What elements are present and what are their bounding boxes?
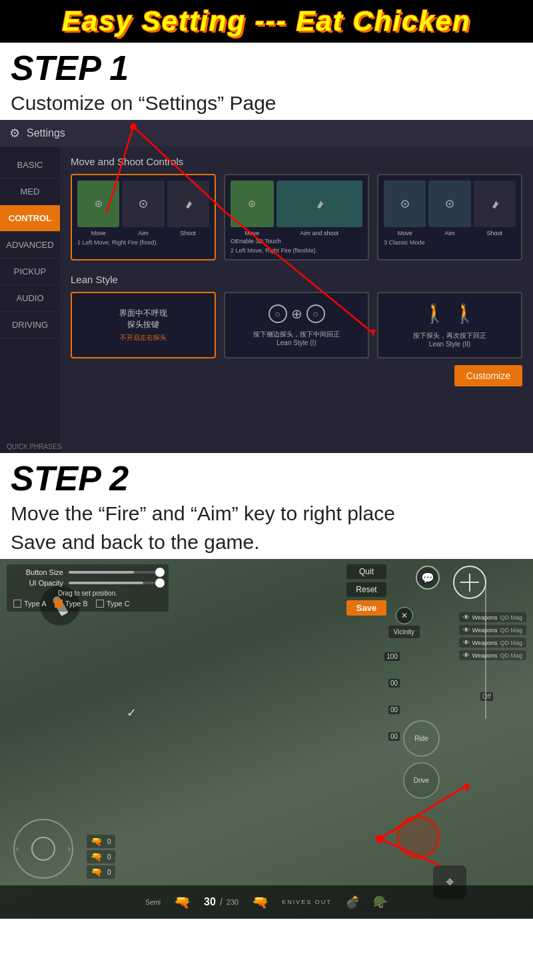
weapon-qd-1: QD Mag xyxy=(500,614,522,621)
sidebar-item-driving[interactable]: DRIVING xyxy=(0,312,60,338)
joystick-arrows: ‹ › xyxy=(13,819,73,879)
control-card-2[interactable]: Move Aim and shoot OEnable 3D Touch 2 Le… xyxy=(224,174,369,260)
joystick-control[interactable]: ‹ › xyxy=(13,819,73,879)
weapon-item-2[interactable]: 👁 Weapons QD Mag xyxy=(459,625,526,635)
control-card-3-labels: Move Aim Shoot xyxy=(384,230,516,237)
label-aimshoot-2: Aim and shoot xyxy=(276,230,362,237)
type-c-option[interactable]: Type C xyxy=(96,600,130,608)
ammo-separator: / xyxy=(220,897,223,907)
control-card-3-desc: 3 Classic Mode xyxy=(384,239,516,246)
type-b-option[interactable]: Type B xyxy=(55,600,88,608)
left-weapon-row-1[interactable]: 🔫 0 xyxy=(87,835,115,848)
knives-out-label: KNIVES OUT xyxy=(282,899,332,905)
weapon-item-3[interactable]: 👁 Weapons QD Mag xyxy=(459,638,526,648)
weapon-icon-2: 🔫 xyxy=(91,851,102,862)
sidebar-item-audio[interactable]: AUDIO xyxy=(0,285,60,312)
lean-card-1[interactable]: 界面中不呼现 探头按键 不开启左右探头 xyxy=(71,292,216,358)
weapon-item-4[interactable]: 👁 Weapons QD Mag xyxy=(459,650,526,660)
ammo-reserve: 230 xyxy=(227,898,239,906)
joystick-right-arrow: › xyxy=(68,844,71,853)
lean-crosshair: ⊕ xyxy=(291,306,302,322)
control-cell-aim-1 xyxy=(122,181,164,227)
gun-icon: 🔫 xyxy=(174,894,191,910)
button-size-thumb xyxy=(155,568,165,577)
lean-card-1-chinese: 界面中不呼现 探头按键 xyxy=(119,308,167,330)
type-a-checkbox[interactable] xyxy=(13,600,21,608)
weapon-icon-1: 🔫 xyxy=(91,836,102,847)
type-c-checkbox[interactable] xyxy=(96,600,104,608)
settings-content: Move and Shoot Controls xyxy=(60,147,533,453)
label-shoot-3: Shoot xyxy=(474,230,516,237)
control-cell-move-1 xyxy=(77,181,119,227)
lean-circle-left: ○ xyxy=(268,304,287,323)
drive-button[interactable]: Drive xyxy=(403,762,440,799)
close-button[interactable]: ✕ xyxy=(396,607,413,624)
off-label: Off xyxy=(480,692,493,701)
lean-card-3[interactable]: 🚶 🚶 按下探头，再次按下回正 Lean Style (II) xyxy=(377,292,522,358)
grenade-icon: 💣 xyxy=(345,895,360,909)
weapon-qd-2: QD Mag xyxy=(500,627,522,634)
sidebar-item-basic[interactable]: BASIC xyxy=(0,152,60,179)
down-chevron-icon[interactable]: ✓ xyxy=(127,706,137,720)
control-card-2-desc: 2 Left Move, Right Fire (flexible). xyxy=(231,247,362,254)
svg-point-7 xyxy=(404,203,406,205)
lean-circle-right: ○ xyxy=(306,304,325,323)
quit-button[interactable]: Quit xyxy=(346,564,386,579)
ui-opacity-fill xyxy=(69,582,143,584)
control-card-2-labels: Move Aim and shoot xyxy=(231,230,362,237)
weapon-item-1[interactable]: 👁 Weapons QD Mag xyxy=(459,612,526,622)
control-card-3[interactable]: Move Aim Shoot 3 Classic Mode xyxy=(377,174,522,260)
grenade: 💣 xyxy=(345,895,360,909)
button-size-row: Button Size xyxy=(13,568,162,576)
weapon-icon-small-1: 👁 xyxy=(463,614,470,621)
section2-title: Lean Style xyxy=(71,274,522,285)
lean-card-2-desc: 按下侧边探头，按下中间回正 xyxy=(253,330,340,339)
chat-button[interactable]: 💬 xyxy=(416,566,440,590)
button-size-slider[interactable] xyxy=(69,571,162,574)
lean-card-2[interactable]: ○ ⊕ ○ 按下侧边探头，按下中间回正 Lean Style (I) xyxy=(224,292,369,358)
save-button[interactable]: Save xyxy=(346,600,386,616)
lean-card-3-title: Lean Style (II) xyxy=(429,340,470,348)
control-cards: Move Aim Shoot 1 Left Move, Right Fire (… xyxy=(71,174,522,260)
settings-topbar: ⚙ Settings xyxy=(0,120,533,147)
gun-icon-2: 🔫 xyxy=(252,894,268,910)
quick-phrases: QUICK PHRASES xyxy=(7,443,61,450)
control-card-2-3d: OEnable 3D Touch xyxy=(231,238,362,245)
type-a-option[interactable]: Type A xyxy=(13,600,47,608)
knives-out-text: KNIVES OUT xyxy=(282,899,332,905)
vertical-line xyxy=(485,586,486,719)
x-icon[interactable]: ✕ xyxy=(396,607,413,624)
soldier-icon: 🪖 xyxy=(373,895,388,909)
settings-screenshot: ⚙ Settings BASIC MED CONTROL ADVANCED PI… xyxy=(0,120,533,453)
sidebar-item-med[interactable]: MED xyxy=(0,179,60,205)
ui-opacity-label: UI Opacity xyxy=(13,579,63,587)
sidebar-item-control[interactable]: CONTROL xyxy=(0,205,60,232)
left-weapon-row-2[interactable]: 🔫 0 xyxy=(87,850,115,863)
control-cell-shoot-1 xyxy=(167,181,209,227)
crosshair-button[interactable] xyxy=(453,566,486,599)
ui-opacity-row: UI Opacity xyxy=(13,579,162,587)
button-size-label: Button Size xyxy=(13,568,63,576)
left-weapons-panel: 🔫 0 🔫 0 🔫 0 xyxy=(87,835,115,879)
type-b-checkbox[interactable] xyxy=(55,600,63,608)
sidebar-item-pickup[interactable]: PICKUP xyxy=(0,258,60,285)
weapon-qd-4: QD Mag xyxy=(500,652,522,659)
section1-title: Move and Shoot Controls xyxy=(71,156,522,167)
ui-opacity-slider[interactable] xyxy=(69,582,162,584)
customize-button[interactable]: Customize xyxy=(454,365,522,386)
sidebar-item-advanced[interactable]: ADVANCED xyxy=(0,232,60,258)
left-weapon-row-3[interactable]: 🔫 0 xyxy=(87,865,115,879)
label-shoot-1: Shoot xyxy=(167,230,209,237)
control-cell-aimshoot-2 xyxy=(276,181,362,227)
gear-icon: ⚙ xyxy=(9,126,20,141)
ride-button[interactable]: Ride xyxy=(403,720,440,757)
game-background xyxy=(0,559,533,919)
weapon-bottom-bar: Semi 🔫 30 / 230 🔫 KNIVES OUT 💣 🪖 xyxy=(0,885,533,919)
vicinity-label: Vicinity xyxy=(394,628,415,636)
lean-card-1-orange: 不开启左右探头 xyxy=(120,333,167,342)
fire-button[interactable] xyxy=(396,815,440,859)
control-cell-aim-3 xyxy=(428,181,470,227)
reset-button[interactable]: Reset xyxy=(346,582,386,597)
weapon-num-3: 0 xyxy=(107,869,111,876)
control-card-1[interactable]: Move Aim Shoot 1 Left Move, Right Fire (… xyxy=(71,174,216,260)
